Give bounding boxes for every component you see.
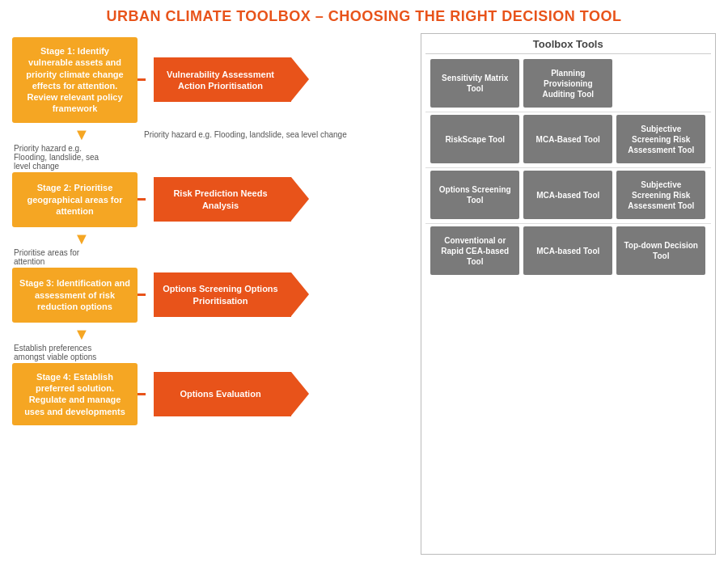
stage-3-row: Stage 3: Identification and assessment o…	[12, 268, 417, 323]
stage-2-box: Stage 2: Prioritise geographical areas f…	[12, 172, 138, 227]
stage-4-row: Stage 4: Establish preferred solution. R…	[12, 363, 417, 425]
page-container: URBAN CLIMATE TOOLBOX – CHOOSING THE RIG…	[0, 0, 728, 566]
arrow-4-box: Options Evaluation	[154, 372, 291, 416]
stage-1-row: Stage 1: Identify vulnerable assets and …	[12, 37, 417, 123]
tool-subjective-2: Subjective Screening Risk Assessment Too…	[616, 171, 705, 219]
divider-1	[425, 112, 712, 112]
arrow-2-label: Risk Prediction Needs Analysis	[162, 188, 279, 211]
tool-row-4: Conventional or Rapid CEA-based Tool MCA…	[425, 226, 712, 275]
arrow-3-box: Options Screening Options Prioritisation	[154, 272, 291, 317]
side-label-1-text: Priority hazard e.g.Flooding, landslide,…	[14, 144, 417, 171]
arrow-1-label: Vulnerability Assessment Action Prioriti…	[162, 69, 279, 92]
toolbox-panel: Toolbox Tools Sensitivity Matrix Tool Pl…	[421, 33, 717, 555]
divider-2	[425, 167, 712, 168]
tool-mca-based-3: MCA-based Tool	[523, 226, 612, 275]
tool-subjective-1: Subjective Screening Risk Assessment Too…	[616, 115, 705, 163]
connector-1	[138, 78, 146, 81]
side-label-1: Priority hazard e.g. Flooding, landslide…	[144, 130, 347, 139]
tool-riskscape: RiskScape Tool	[430, 115, 519, 163]
tool-sensitivity-matrix: Sensitivity Matrix Tool	[430, 59, 519, 108]
stages-flow: Stage 1: Identify vulnerable assets and …	[12, 33, 417, 555]
tool-options-screening: Options Screening Tool	[430, 171, 519, 219]
down-arrow-2: ▼	[74, 230, 138, 247]
tool-planning-provisioning: Planning Provisioning Auditing Tool	[523, 59, 612, 108]
toolbox-header: Toolbox Tools	[425, 38, 712, 54]
stage-4-label: Stage 4: Establish preferred solution. R…	[19, 371, 131, 417]
stage-1-box: Stage 1: Identify vulnerable assets and …	[12, 37, 138, 123]
arrow-2-box: Risk Prediction Needs Analysis	[154, 177, 291, 222]
stage-2-label: Stage 2: Prioritise geographical areas f…	[19, 182, 131, 217]
stage-1-label: Stage 1: Identify vulnerable assets and …	[19, 45, 131, 115]
stage-3-box: Stage 3: Identification and assessment o…	[12, 268, 138, 323]
main-layout: Stage 1: Identify vulnerable assets and …	[12, 33, 716, 555]
side-label-3-text: Establish preferencesamongst viable opti…	[14, 344, 417, 361]
page-title: URBAN CLIMATE TOOLBOX – CHOOSING THE RIG…	[12, 8, 716, 25]
stage-4-box: Stage 4: Establish preferred solution. R…	[12, 363, 138, 425]
tool-cea-based: Conventional or Rapid CEA-based Tool	[430, 226, 519, 275]
stage-3-label: Stage 3: Identification and assessment o…	[19, 277, 131, 312]
between-3-4: ▼	[12, 326, 417, 342]
arrow-4-label: Options Evaluation	[180, 388, 260, 399]
stage-2-row: Stage 2: Prioritise geographical areas f…	[12, 172, 417, 227]
down-arrow-3: ▼	[74, 326, 138, 342]
tool-row-1: Sensitivity Matrix Tool Planning Provisi…	[425, 59, 712, 108]
tool-mca-based-1: MCA-Based Tool	[523, 115, 612, 163]
arrow-3-label: Options Screening Options Prioritisation	[162, 283, 279, 306]
between-2-3: ▼	[12, 230, 417, 247]
tool-row-3: Options Screening Tool MCA-based Tool Su…	[425, 171, 712, 219]
down-arrow-1: ▼	[74, 126, 90, 142]
tool-row-2: RiskScape Tool MCA-Based Tool Subjective…	[425, 115, 712, 163]
divider-3	[425, 223, 712, 224]
tool-mca-based-2: MCA-based Tool	[523, 171, 612, 219]
arrow-1-box: Vulnerability Assessment Action Prioriti…	[154, 57, 291, 102]
connector-2	[138, 198, 146, 201]
tool-top-down: Top-down Decision Tool	[616, 226, 705, 275]
connector-3	[138, 294, 146, 296]
connector-4	[138, 393, 146, 395]
between-1-2: ▼ Priority hazard e.g. Flooding, landsli…	[12, 126, 417, 142]
side-label-2-text: Prioritise areas forattention	[14, 248, 417, 266]
